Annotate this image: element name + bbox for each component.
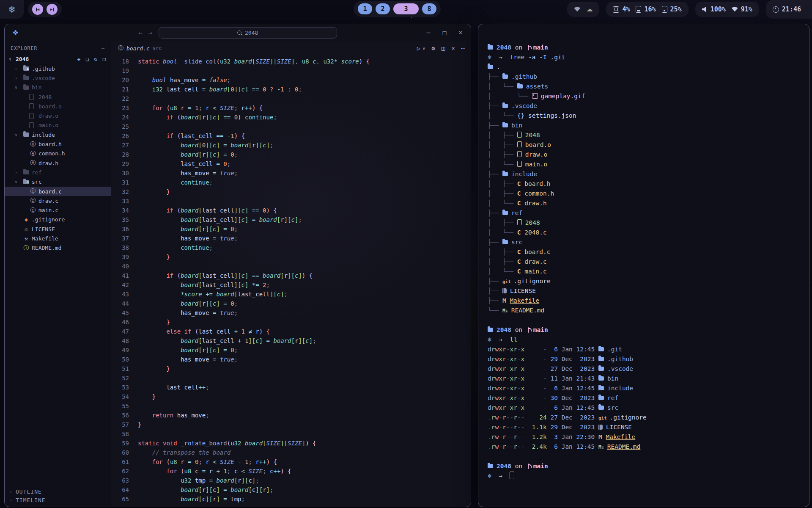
explorer-item-draw.o[interactable]: draw.o — [5, 111, 111, 120]
explorer-item-README.md[interactable]: ⓘREADME.md — [5, 243, 111, 253]
line-number: 29 — [111, 159, 138, 168]
history-forward-button[interactable]: → — [148, 29, 153, 37]
code-line: 52 — [111, 373, 471, 383]
close-editor-icon[interactable]: × — [451, 45, 455, 52]
code-line: 24 if (board[r][c] == 0) continue; — [111, 113, 471, 122]
clock-value: 21:46 — [782, 6, 801, 13]
media-prev-button[interactable]: ◀ — [32, 4, 43, 15]
minimize-button[interactable]: – — [425, 29, 432, 36]
media-next-button[interactable]: ▶ — [47, 4, 58, 15]
explorer-item-draw.h[interactable]: Ⓗdraw.h — [5, 158, 111, 168]
chevron-down-icon: ∨ — [15, 179, 22, 184]
terminal-line: ├── include — [488, 169, 809, 179]
terminal-line: ├── .github — [488, 72, 809, 82]
code-line: 55 — [111, 401, 471, 411]
explorer-item-board.o[interactable]: board.o — [5, 102, 111, 111]
terminal-line: │ ├── C common.h — [488, 189, 809, 199]
new-file-icon[interactable]: ✚ — [77, 56, 81, 62]
run-debug-icon[interactable]: ▷ — [417, 45, 420, 52]
new-folder-icon[interactable]: ❏ — [86, 56, 89, 62]
line-number: 23 — [111, 103, 138, 113]
timeline-section[interactable]: › TIMELINE — [5, 496, 111, 504]
tray-network-icon[interactable] — [574, 7, 580, 12]
explorer-more-icon[interactable]: ⋯ — [102, 45, 105, 51]
explorer-item-LICENSE[interactable]: ⚖LICENSE — [5, 224, 111, 234]
gitignore-icon: ◈ — [22, 216, 31, 223]
tray-cloud-icon[interactable]: ☁ — [586, 6, 593, 13]
chevron-down-icon: ∨ — [15, 133, 22, 137]
gear-icon[interactable]: ⚙ — [431, 45, 435, 52]
wifi-stat[interactable]: 91% — [732, 6, 752, 13]
volume-value: 100% — [710, 6, 726, 13]
clock[interactable]: 21:46 — [766, 0, 812, 19]
explorer-item-src[interactable]: ∨src — [5, 177, 111, 187]
tab-board-c[interactable]: Ⓒ board.c src — [118, 44, 162, 52]
line-number: 51 — [111, 364, 138, 373]
more-actions-icon[interactable]: ⋯ — [461, 45, 465, 52]
explorer-root-folder[interactable]: ∨ 2048 ✚ ❏ ↻ ❐ — [5, 54, 111, 64]
system-tray: ☁ — [567, 2, 599, 17]
explorer-item-bin[interactable]: ∨bin — [5, 83, 111, 92]
code-line: 65 board[c][r] = tmp; — [111, 494, 471, 504]
c-file-icon: Ⓒ — [28, 207, 38, 214]
explorer-item-Makefile[interactable]: ⚒Makefile — [5, 234, 111, 243]
collapse-all-icon[interactable]: ❐ — [102, 56, 106, 62]
terminal-line: .rw-r--r-- 24 27 Dec 2023 git .gitignore — [488, 413, 809, 422]
line-number: 65 — [111, 494, 138, 504]
explorer-item-common.h[interactable]: Ⓗcommon.h — [5, 149, 111, 158]
workspace-pill-8[interactable]: 8 — [422, 3, 436, 14]
clock-icon — [773, 6, 779, 13]
code-line: 54 } — [111, 392, 471, 401]
h-file-icon: Ⓗ — [28, 150, 38, 157]
workspace-pill-3-active[interactable]: 3 — [393, 3, 419, 14]
split-editor-icon[interactable]: ◫ — [442, 45, 445, 52]
explorer-item-.github[interactable]: ›.github — [5, 64, 111, 73]
explorer-item-board.h[interactable]: Ⓗboard.h — [5, 139, 111, 149]
code-line: 56 return has_move; — [111, 411, 471, 420]
launcher-button[interactable]: ❄ — [0, 0, 24, 19]
outline-section[interactable]: › OUTLINE — [5, 487, 111, 496]
explorer-item-draw.c[interactable]: Ⓒdraw.c — [5, 196, 111, 205]
terminal-line: │ ├── C board.h — [488, 179, 809, 189]
explorer-item-board.c[interactable]: Ⓒboard.c — [5, 187, 111, 196]
terminal-window[interactable]: 2048 on main❄ → tree -a -I .git.├── .git… — [478, 24, 809, 507]
terminal-line — [488, 452, 809, 461]
terminal-line: ❄ → ll — [488, 335, 809, 345]
explorer-item-main.o[interactable]: main.o — [5, 121, 111, 130]
explorer-item-label: board.h — [38, 141, 62, 147]
volume-stat[interactable]: 100% — [702, 6, 726, 13]
explorer-item-2048[interactable]: 2048 — [5, 92, 111, 102]
explorer-item-main.c[interactable]: Ⓒmain.c — [5, 205, 111, 215]
explorer-item-label: .vscode — [32, 75, 55, 81]
timeline-label: TIMELINE — [16, 497, 46, 503]
code-line: 60 // transpose the board — [111, 448, 471, 457]
code-editor[interactable]: 18static bool _slide_col(u32 board[SIZE]… — [111, 55, 471, 506]
folder-vscode-icon — [22, 76, 31, 80]
code-line: 61 for (u8 r = 0; r < SIZE - 1; r++) { — [111, 457, 471, 467]
terminal-line: │ ├── C board.c — [488, 247, 809, 257]
explorer-item-include[interactable]: ∨include — [5, 130, 111, 139]
explorer-item-label: main.o — [38, 122, 58, 128]
command-center-search[interactable]: 2048 — [159, 27, 337, 39]
refresh-icon[interactable]: ↻ — [94, 56, 97, 62]
maximize-button[interactable]: □ — [441, 29, 448, 36]
code-line: 62 for (u8 c = r + 1; c < SIZE; c++) { — [111, 467, 471, 476]
line-number: 41 — [111, 271, 138, 280]
terminal-line: drwxr-xr-x - 6 Jan 12:45 src — [488, 403, 809, 413]
readme-icon: ⓘ — [22, 244, 31, 252]
workspace-pill-1[interactable]: 1 — [358, 3, 372, 14]
terminal-line — [488, 315, 809, 325]
close-button[interactable]: × — [457, 29, 464, 36]
explorer-item-.gitignore[interactable]: ◈.gitignore — [5, 215, 111, 224]
explorer-item-label: README.md — [32, 245, 61, 251]
history-back-button[interactable]: ← — [138, 29, 143, 37]
vscode-titlebar[interactable]: ❖ ← → 2048 – □ × — [5, 24, 471, 41]
top-bar-right: ☁ 4% 16% 25% 100% 91% 21:46 — [567, 0, 812, 19]
workspace-pill-2[interactable]: 2 — [376, 3, 390, 14]
explorer-item-ref[interactable]: ›ref — [5, 168, 111, 177]
line-number: 19 — [111, 66, 138, 75]
explorer-item-.vscode[interactable]: ›.vscode — [5, 73, 111, 83]
code-line: 64 board[r][c] = board[c][r]; — [111, 485, 471, 494]
nix-snowflake-icon: ❄ — [9, 4, 15, 14]
line-number: 37 — [111, 234, 138, 243]
